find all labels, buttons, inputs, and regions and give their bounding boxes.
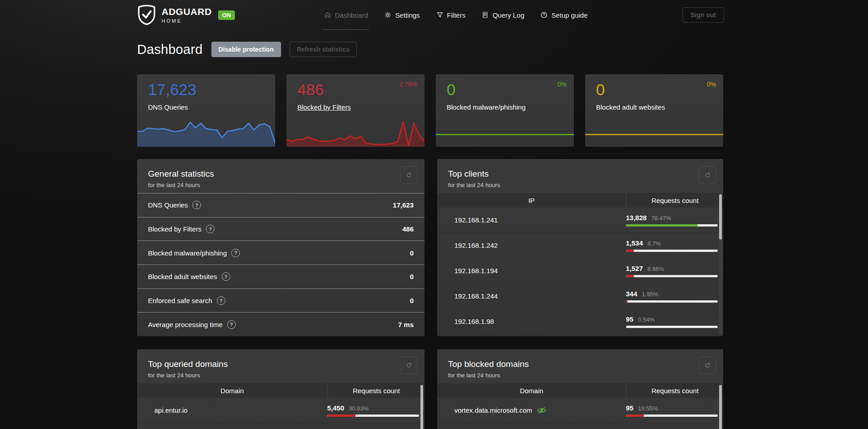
- nav-item-setup-guide[interactable]: Setup guide: [540, 11, 587, 19]
- top-blocked-rows: vortex.data.microsoft.com9519.55%: [437, 398, 723, 423]
- progress-bar-fill: [626, 300, 628, 303]
- top-queried-rows: api.entur.io5,45030.93%: [137, 398, 424, 423]
- help-icon[interactable]: ?: [231, 249, 240, 257]
- column-header-requests-count: Requests count: [626, 383, 723, 398]
- stats-row-value: 0: [410, 273, 414, 280]
- nav-item-settings[interactable]: Settings: [384, 11, 420, 19]
- nav-item-label: Setup guide: [551, 11, 587, 19]
- table-header: IP Requests count: [437, 193, 723, 207]
- stats-row-average-processing-time: Average processing time?7 ms: [137, 312, 424, 336]
- stats-row-label-text: Blocked by Filters: [148, 225, 201, 233]
- home-icon: [324, 11, 331, 19]
- requests-count-cell: 1,5278.66%: [626, 265, 723, 277]
- sign-out-button[interactable]: Sign out: [682, 7, 724, 23]
- eye-off-icon: [537, 407, 547, 414]
- top-navbar: ADGUARD HOME ON DashboardSettingsFilters…: [0, 0, 868, 30]
- panel-refresh-button[interactable]: [400, 357, 417, 374]
- stat-percent: 0%: [558, 81, 567, 88]
- general-statistics-panel: General statistics for the last 24 hours…: [137, 159, 424, 336]
- top-queried-table: Domain Requests count api.entur.io5,4503…: [137, 383, 424, 423]
- progress-bar-fill: [626, 326, 626, 328]
- nav-item-filters[interactable]: Filters: [436, 11, 466, 19]
- progress-bar: [626, 275, 718, 277]
- client-ip-text: 192.168.1.244: [454, 292, 498, 300]
- client-ip: 192.168.1.242: [437, 241, 626, 249]
- dns-queries-sparkline: [137, 118, 275, 147]
- client-ip-text: 192.168.1.242: [454, 241, 498, 249]
- progress-bar-fill: [626, 224, 698, 227]
- client-ip-text: 192.168.1.194: [454, 267, 498, 275]
- stats-row-label: Enforced safe search?: [148, 296, 225, 305]
- progress-bar: [626, 326, 718, 328]
- stats-row-blocked-malware-phishing: Blocked malware/phishing?0: [137, 241, 424, 265]
- nav-item-dashboard[interactable]: Dashboard: [324, 11, 368, 19]
- top-queried-scrollbar[interactable]: [420, 383, 423, 429]
- panel-title: Top blocked domains: [448, 359, 529, 369]
- help-icon[interactable]: ?: [222, 272, 230, 281]
- stat-cards-row: 17,623DNS Queries4862.76%Blocked by Filt…: [137, 74, 723, 147]
- stats-row-label: Average processing time?: [148, 320, 236, 329]
- count-line: 3441.95%: [626, 290, 718, 298]
- document-icon: [482, 11, 489, 19]
- brand-subtitle: HOME: [162, 18, 212, 24]
- top-blocked-domains-panel: Top blocked domains for the last 24 hour…: [437, 349, 723, 429]
- requests-count-cell: 5,45030.93%: [327, 404, 424, 417]
- table-row: 192.168.1.24113,82878.47%: [437, 207, 723, 233]
- scrollbar-thumb[interactable]: [420, 385, 423, 429]
- nav-item-query-log[interactable]: Query Log: [482, 11, 524, 19]
- table-row: 192.168.1.2443441.95%: [437, 284, 723, 309]
- disable-protection-button[interactable]: Disable protection: [211, 42, 281, 57]
- domain-name: api.entur.io: [137, 406, 327, 414]
- progress-bar: [327, 415, 419, 417]
- help-icon[interactable]: ?: [192, 201, 201, 209]
- table-row: 192.168.1.1941,5278.66%: [437, 258, 723, 284]
- help-icon[interactable]: ?: [206, 225, 215, 233]
- requests-percent: 1.95%: [642, 291, 658, 298]
- requests-count: 13,828: [626, 214, 647, 222]
- help-icon[interactable]: ?: [227, 320, 236, 329]
- column-header-requests-count: Requests count: [327, 383, 424, 398]
- requests-count-cell: 950.54%: [626, 315, 723, 328]
- panel-refresh-button[interactable]: [699, 166, 716, 183]
- stat-value: 0: [447, 81, 455, 99]
- table-row: api.entur.io5,45030.93%: [137, 398, 424, 423]
- nav-item-label: Filters: [447, 11, 466, 19]
- top-blocked-scrollbar[interactable]: [719, 383, 722, 429]
- stat-card-blocked-by-filters: 4862.76%Blocked by Filters: [286, 74, 424, 147]
- stats-row-value: 486: [402, 225, 414, 233]
- refresh-statistics-button[interactable]: Refresh statistics: [290, 42, 357, 57]
- scrollbar-thumb[interactable]: [719, 385, 722, 429]
- count-line: 13,82878.47%: [626, 214, 718, 222]
- requests-count: 1,527: [626, 265, 643, 272]
- column-header-ip: IP: [437, 193, 626, 207]
- stats-row-label: Blocked by Filters?: [148, 225, 215, 233]
- count-line: 1,5278.66%: [626, 265, 718, 272]
- table-row: 192.168.1.2421,5348.7%: [437, 233, 723, 258]
- brand-name: ADGUARD: [162, 6, 212, 17]
- top-clients-scrollbar[interactable]: [719, 193, 722, 335]
- nav-items: DashboardSettingsFiltersQuery LogSetup g…: [324, 0, 588, 30]
- column-header-requests-count: Requests count: [626, 193, 723, 207]
- requests-count-cell: 13,82878.47%: [626, 214, 723, 227]
- stats-row-blocked-by-filters: Blocked by Filters?486: [137, 217, 424, 241]
- stat-value: 17,623: [148, 81, 196, 99]
- help-icon[interactable]: ?: [217, 296, 225, 305]
- stats-row-label-text: Blocked adult websites: [148, 273, 217, 280]
- count-line: 9519.55%: [626, 404, 718, 412]
- stat-label: Blocked malware/phishing: [447, 103, 525, 111]
- stats-row-label: Blocked adult websites?: [148, 272, 230, 281]
- panel-refresh-button[interactable]: [400, 166, 417, 183]
- stats-row-label-text: Blocked malware/phishing: [148, 249, 227, 257]
- stat-label[interactable]: Blocked by Filters: [297, 103, 351, 111]
- requests-count: 5,450: [327, 404, 344, 412]
- stat-value: 486: [297, 81, 324, 99]
- general-stats-rows: DNS Queries?17,623Blocked by Filters?486…: [137, 193, 424, 336]
- panel-refresh-button[interactable]: [699, 357, 716, 374]
- requests-count: 1,534: [626, 239, 643, 247]
- stat-value: 0: [596, 81, 605, 99]
- top-blocked-table: Domain Requests count vortex.data.micros…: [437, 383, 723, 423]
- scrollbar-thumb[interactable]: [719, 194, 722, 240]
- column-header-domain: Domain: [437, 383, 626, 398]
- stat-label: DNS Queries: [148, 103, 188, 111]
- nav-item-label: Settings: [395, 11, 420, 19]
